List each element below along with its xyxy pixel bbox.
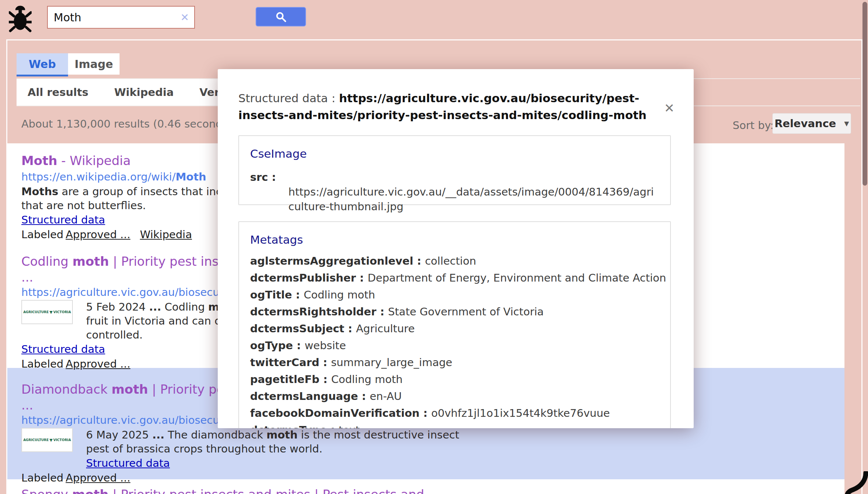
result-title-rest: - Wikipedia: [57, 153, 131, 168]
result-snippet: 6 May 2025 ... The diamondback moth is t…: [86, 428, 833, 442]
filter-wikipedia[interactable]: Wikipedia: [114, 86, 174, 99]
metatag-row: dctermsType : text: [250, 425, 659, 428]
result-thumbnail: AGRICULTURE▼VICTORIA: [21, 428, 73, 452]
label-wikipedia-link[interactable]: Wikipedia: [140, 228, 192, 241]
structured-data-link-row: Structured data: [86, 456, 833, 470]
structured-data-link[interactable]: Structured data: [21, 343, 105, 355]
clear-search-icon[interactable]: ✕: [181, 11, 189, 24]
scrollbar-thumb[interactable]: [862, 2, 867, 186]
cse-image-card: CseImage src : https://agriculture.vic.g…: [238, 135, 671, 205]
label-approved-link[interactable]: Approved ...: [66, 358, 131, 370]
result-snippet: pest of brassica crops throughout the wo…: [86, 442, 833, 456]
close-icon[interactable]: ✕: [664, 101, 675, 115]
metatag-row: pagetitleFb : Codling moth: [250, 374, 659, 385]
search-button[interactable]: [256, 7, 306, 26]
result-title[interactable]: Spongy moth | Priority pest insects and …: [21, 486, 833, 494]
metatags-card: Metatags aglstermsAggregationlevel : col…: [238, 221, 671, 428]
structured-data-link[interactable]: Structured data: [86, 457, 170, 469]
sort-value: Relevance: [775, 117, 836, 130]
metatag-row: dctermsRightsholder : State Government o…: [250, 307, 659, 317]
search-box: ✕: [47, 6, 195, 29]
result-title-bold: Moth: [21, 153, 57, 168]
cse-image-src: src : https://agriculture.vic.gov.au/__d…: [250, 170, 659, 214]
search-result: Spongy moth | Priority pest insects and …: [21, 486, 833, 494]
metatag-row: dctermsSubject : Agriculture: [250, 323, 659, 334]
annotation-curve: [844, 471, 868, 494]
sort-by-label: Sort by:: [733, 119, 774, 132]
logo-mark-icon: ▼: [49, 310, 52, 315]
logo-mark-icon: ▼: [49, 438, 52, 443]
agriculture-victoria-logo: AGRICULTURE: [23, 310, 49, 314]
agriculture-victoria-logo: AGRICULTURE: [23, 438, 49, 442]
structured-data-modal: Structured data : https://agriculture.vi…: [218, 69, 694, 428]
metatag-row: facebookDomainVerification : o0vhfz1jl1o…: [250, 408, 659, 419]
result-thumbnail: AGRICULTURE▼VICTORIA: [21, 300, 73, 324]
search-input[interactable]: [48, 7, 194, 28]
label-approved-link[interactable]: Approved ...: [66, 472, 131, 484]
modal-title-prefix: Structured data :: [238, 92, 339, 105]
results-count: About 1,130,000 results (0.46 seconds): [21, 118, 232, 130]
search-icon: [275, 11, 287, 22]
structured-data-link[interactable]: Structured data: [21, 214, 105, 226]
filter-all-results[interactable]: All results: [28, 86, 88, 99]
metatag-row: dctermsLanguage : en-AU: [250, 391, 659, 402]
active-tab-underline: [17, 75, 68, 76]
sort-dropdown[interactable]: Relevance ▼: [772, 113, 851, 134]
metatag-row: aglstermsAggregationlevel : collection: [250, 256, 659, 266]
labeled-row: LabeledApproved ...: [21, 470, 833, 485]
tab-web[interactable]: Web: [17, 53, 68, 75]
metatag-row: twitterCard : summary_large_image: [250, 357, 659, 368]
modal-title: Structured data : https://agriculture.vi…: [238, 90, 665, 124]
bug-logo-icon: [9, 4, 32, 33]
top-bar: ✕: [0, 0, 868, 39]
tab-image[interactable]: Image: [68, 53, 120, 75]
label-approved-link[interactable]: Approved ...: [66, 228, 131, 241]
metatag-row: ogTitle : Codling moth: [250, 290, 659, 300]
cse-image-heading: CseImage: [250, 147, 659, 160]
agriculture-victoria-logo: VICTORIA: [53, 310, 71, 314]
metatags-heading: Metatags: [250, 233, 659, 246]
metatag-row: ogType : website: [250, 340, 659, 351]
chevron-down-icon: ▼: [844, 120, 849, 127]
agriculture-victoria-logo: VICTORIA: [53, 438, 71, 442]
metatag-row: dctermsPublisher : Department of Energy,…: [250, 273, 659, 283]
